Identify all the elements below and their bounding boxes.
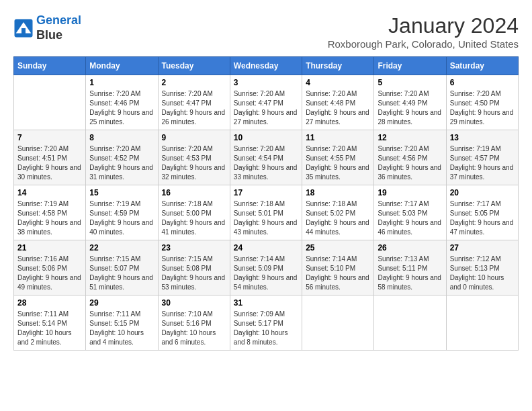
calendar-cell: 28Sunrise: 7:11 AMSunset: 5:14 PMDayligh… [14, 295, 86, 351]
day-info: Sunrise: 7:16 AMSunset: 5:06 PMDaylight:… [17, 255, 82, 292]
day-info: Sunrise: 7:20 AMSunset: 4:49 PMDaylight:… [378, 89, 442, 127]
calendar-cell [302, 295, 374, 351]
day-info: Sunrise: 7:20 AMSunset: 4:48 PMDaylight:… [306, 89, 370, 127]
week-row-2: 14Sunrise: 7:19 AMSunset: 4:58 PMDayligh… [14, 185, 519, 240]
calendar-cell: 30Sunrise: 7:10 AMSunset: 5:16 PMDayligh… [158, 295, 230, 351]
day-number: 11 [306, 133, 370, 142]
calendar-cell: 11Sunrise: 7:20 AMSunset: 4:55 PMDayligh… [302, 130, 374, 185]
calendar-cell: 24Sunrise: 7:14 AMSunset: 5:09 PMDayligh… [230, 240, 302, 295]
day-number: 6 [450, 78, 515, 87]
day-info: Sunrise: 7:20 AMSunset: 4:54 PMDaylight:… [234, 144, 298, 182]
calendar-cell [446, 295, 518, 351]
day-info: Sunrise: 7:20 AMSunset: 4:51 PMDaylight:… [17, 144, 82, 182]
day-info: Sunrise: 7:19 AMSunset: 4:59 PMDaylight:… [89, 199, 154, 237]
week-row-0: 1Sunrise: 7:20 AMSunset: 4:46 PMDaylight… [14, 75, 519, 130]
day-number: 24 [234, 243, 298, 253]
calendar-cell [374, 295, 446, 351]
day-number: 5 [378, 78, 442, 87]
day-number: 19 [378, 188, 442, 197]
calendar-cell: 27Sunrise: 7:12 AMSunset: 5:13 PMDayligh… [446, 240, 518, 295]
day-number: 31 [234, 298, 298, 308]
calendar-cell: 3Sunrise: 7:20 AMSunset: 4:47 PMDaylight… [230, 75, 302, 130]
day-info: Sunrise: 7:20 AMSunset: 4:50 PMDaylight:… [450, 89, 515, 127]
day-info: Sunrise: 7:11 AMSunset: 5:15 PMDaylight:… [89, 310, 154, 347]
calendar-cell: 6Sunrise: 7:20 AMSunset: 4:50 PMDaylight… [446, 75, 518, 130]
weekday-header-monday: Monday [86, 57, 158, 75]
day-info: Sunrise: 7:13 AMSunset: 5:11 PMDaylight:… [378, 255, 442, 292]
calendar-cell: 15Sunrise: 7:19 AMSunset: 4:59 PMDayligh… [86, 185, 158, 240]
day-number: 2 [162, 78, 226, 87]
day-number: 25 [306, 243, 370, 253]
calendar-cell: 25Sunrise: 7:14 AMSunset: 5:10 PMDayligh… [302, 240, 374, 295]
weekday-header-sunday: Sunday [14, 57, 86, 75]
weekday-row: SundayMondayTuesdayWednesdayThursdayFrid… [14, 57, 519, 75]
day-info: Sunrise: 7:18 AMSunset: 5:02 PMDaylight:… [306, 199, 370, 237]
day-number: 20 [450, 188, 515, 197]
day-number: 30 [162, 298, 226, 308]
weekday-header-wednesday: Wednesday [230, 57, 302, 75]
day-info: Sunrise: 7:17 AMSunset: 5:03 PMDaylight:… [378, 199, 442, 237]
calendar-cell: 12Sunrise: 7:20 AMSunset: 4:56 PMDayligh… [374, 130, 446, 185]
calendar-cell: 13Sunrise: 7:19 AMSunset: 4:57 PMDayligh… [446, 130, 518, 185]
day-info: Sunrise: 7:09 AMSunset: 5:17 PMDaylight:… [234, 310, 298, 347]
day-info: Sunrise: 7:20 AMSunset: 4:52 PMDaylight:… [89, 144, 154, 182]
day-number: 13 [450, 133, 515, 142]
day-number: 23 [162, 243, 226, 253]
day-info: Sunrise: 7:10 AMSunset: 5:16 PMDaylight:… [162, 310, 226, 347]
day-number: 3 [234, 78, 298, 87]
week-row-3: 21Sunrise: 7:16 AMSunset: 5:06 PMDayligh… [14, 240, 519, 295]
day-info: Sunrise: 7:11 AMSunset: 5:14 PMDaylight:… [17, 310, 82, 347]
calendar-cell: 20Sunrise: 7:17 AMSunset: 5:05 PMDayligh… [446, 185, 518, 240]
day-number: 28 [17, 298, 82, 308]
month-title: January 2024 [328, 13, 519, 38]
day-info: Sunrise: 7:18 AMSunset: 5:00 PMDaylight:… [162, 199, 226, 237]
day-info: Sunrise: 7:20 AMSunset: 4:47 PMDaylight:… [234, 89, 298, 127]
logo: General Blue [13, 13, 81, 42]
day-info: Sunrise: 7:15 AMSunset: 5:08 PMDaylight:… [162, 255, 226, 292]
day-info: Sunrise: 7:14 AMSunset: 5:09 PMDaylight:… [234, 255, 298, 292]
day-info: Sunrise: 7:18 AMSunset: 5:01 PMDaylight:… [234, 199, 298, 237]
calendar-cell: 10Sunrise: 7:20 AMSunset: 4:54 PMDayligh… [230, 130, 302, 185]
calendar-cell: 22Sunrise: 7:15 AMSunset: 5:07 PMDayligh… [86, 240, 158, 295]
day-info: Sunrise: 7:20 AMSunset: 4:46 PMDaylight:… [89, 89, 154, 127]
day-number: 22 [89, 243, 154, 253]
weekday-header-thursday: Thursday [302, 57, 374, 75]
day-number: 4 [306, 78, 370, 87]
calendar-cell: 16Sunrise: 7:18 AMSunset: 5:00 PMDayligh… [158, 185, 230, 240]
day-number: 21 [17, 243, 82, 253]
calendar-cell: 5Sunrise: 7:20 AMSunset: 4:49 PMDaylight… [374, 75, 446, 130]
calendar-cell: 7Sunrise: 7:20 AMSunset: 4:51 PMDaylight… [14, 130, 86, 185]
calendar-header: SundayMondayTuesdayWednesdayThursdayFrid… [14, 57, 519, 75]
day-number: 26 [378, 243, 442, 253]
day-info: Sunrise: 7:20 AMSunset: 4:56 PMDaylight:… [378, 144, 442, 182]
day-number: 10 [234, 133, 298, 142]
day-info: Sunrise: 7:17 AMSunset: 5:05 PMDaylight:… [450, 199, 515, 237]
calendar-cell: 23Sunrise: 7:15 AMSunset: 5:08 PMDayligh… [158, 240, 230, 295]
location: Roxborough Park, Colorado, United States [328, 38, 519, 50]
day-number: 7 [17, 133, 82, 142]
day-number: 14 [17, 188, 82, 197]
day-number: 12 [378, 133, 442, 142]
day-number: 1 [89, 78, 154, 87]
weekday-header-saturday: Saturday [446, 57, 518, 75]
day-info: Sunrise: 7:15 AMSunset: 5:07 PMDaylight:… [89, 255, 154, 292]
day-number: 15 [89, 188, 154, 197]
day-info: Sunrise: 7:12 AMSunset: 5:13 PMDaylight:… [450, 255, 515, 292]
calendar-table: SundayMondayTuesdayWednesdayThursdayFrid… [13, 56, 519, 351]
calendar-cell: 14Sunrise: 7:19 AMSunset: 4:58 PMDayligh… [14, 185, 86, 240]
calendar-cell: 31Sunrise: 7:09 AMSunset: 5:17 PMDayligh… [230, 295, 302, 351]
logo-icon [13, 18, 34, 38]
day-info: Sunrise: 7:20 AMSunset: 4:53 PMDaylight:… [162, 144, 226, 182]
day-number: 9 [162, 133, 226, 142]
calendar-cell: 17Sunrise: 7:18 AMSunset: 5:01 PMDayligh… [230, 185, 302, 240]
calendar-cell: 4Sunrise: 7:20 AMSunset: 4:48 PMDaylight… [302, 75, 374, 130]
calendar-cell: 2Sunrise: 7:20 AMSunset: 4:47 PMDaylight… [158, 75, 230, 130]
week-row-4: 28Sunrise: 7:11 AMSunset: 5:14 PMDayligh… [14, 295, 519, 351]
week-row-1: 7Sunrise: 7:20 AMSunset: 4:51 PMDaylight… [14, 130, 519, 185]
calendar-cell: 18Sunrise: 7:18 AMSunset: 5:02 PMDayligh… [302, 185, 374, 240]
calendar-cell: 26Sunrise: 7:13 AMSunset: 5:11 PMDayligh… [374, 240, 446, 295]
day-number: 18 [306, 188, 370, 197]
day-number: 29 [89, 298, 154, 308]
calendar-cell: 19Sunrise: 7:17 AMSunset: 5:03 PMDayligh… [374, 185, 446, 240]
calendar-cell [14, 75, 86, 130]
